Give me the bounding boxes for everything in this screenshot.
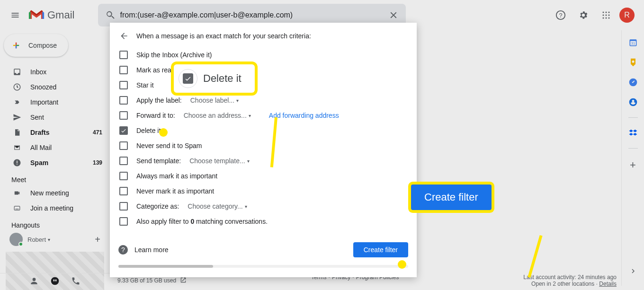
nav-label: Inbox	[30, 68, 46, 76]
back-arrow-icon[interactable]	[118, 30, 130, 42]
activity-line-2: Open in 2 other locations ·	[531, 281, 599, 287]
svg-point-4	[608, 12, 610, 13]
sidebar: Compose InboxSnoozedImportantSentDrafts4…	[0, 30, 110, 290]
presence-indicator	[18, 242, 23, 246]
activity-line-1: Last account activity: 24 minutes ago	[523, 274, 617, 281]
nav-label: Drafts	[30, 129, 49, 136]
clear-search-icon[interactable]	[384, 6, 403, 25]
checkbox[interactable]	[119, 172, 128, 180]
open-in-new-icon[interactable]	[180, 277, 187, 285]
nav-label: New meeting	[30, 189, 69, 197]
filter-option-label: Also apply filter to 0 matching conversa…	[136, 218, 268, 225]
filter-option-label: Never send it to Spam	[136, 142, 202, 149]
nav-count: 471	[93, 129, 102, 136]
details-link[interactable]: Details	[599, 281, 617, 287]
account-avatar[interactable]: R	[619, 8, 635, 23]
gmail-logo[interactable]: Gmail	[28, 9, 74, 21]
keyboard-icon	[12, 205, 22, 211]
settings-icon[interactable]	[574, 6, 593, 25]
select-dropdown[interactable]: Choose label...	[190, 97, 239, 104]
new-conversation-button[interactable]: +	[91, 233, 104, 246]
checkbox[interactable]	[119, 66, 128, 74]
sent-icon	[12, 113, 22, 122]
nav-label: Spam	[30, 159, 48, 167]
side-panel: 31 +	[621, 30, 644, 286]
filter-option-label: Star it	[136, 81, 154, 89]
sidebar-item-spam[interactable]: Spam139	[0, 155, 110, 170]
hangouts-username: Robert	[27, 236, 46, 243]
apps-icon[interactable]	[597, 6, 616, 25]
phone-icon[interactable]	[71, 276, 80, 288]
filter-option-label: Forward it to:	[136, 112, 175, 119]
checkbox[interactable]	[119, 51, 128, 59]
search-icon[interactable]	[101, 6, 120, 25]
checkbox[interactable]	[119, 217, 128, 226]
keep-icon[interactable]	[628, 58, 638, 67]
dropdown-caret-icon[interactable]: ▾	[48, 237, 50, 242]
svg-rect-16	[14, 206, 20, 210]
filter-option-row: Forward it to:Choose an address...Add fo…	[119, 108, 408, 123]
contacts-icon[interactable]	[628, 97, 638, 107]
filter-option-row: Never mark it as important	[119, 184, 408, 199]
nav-label: Important	[30, 98, 58, 106]
filter-option-row: Mark as read	[119, 62, 408, 78]
person-icon[interactable]	[29, 276, 39, 288]
sidebar-item-snoozed[interactable]: Snoozed	[0, 79, 110, 95]
create-filter-button[interactable]: Create filter	[353, 242, 408, 257]
svg-point-18	[51, 277, 59, 285]
checkbox[interactable]	[119, 126, 128, 135]
learn-more-link[interactable]: Learn more	[134, 246, 169, 254]
new-meeting-button[interactable]: New meeting	[0, 185, 110, 201]
drafts-icon	[12, 128, 22, 137]
select-dropdown[interactable]: Choose template...	[189, 157, 250, 165]
help-icon[interactable]: ?	[118, 245, 128, 255]
filter-option-row: Always mark it as important	[119, 168, 408, 184]
collapse-panel-icon[interactable]	[629, 267, 637, 277]
filter-option-row: Skip the Inbox (Archive it)	[119, 47, 408, 62]
sidebar-item-allmail[interactable]: All Mail	[0, 140, 110, 155]
select-dropdown[interactable]: Choose an address...	[184, 112, 251, 119]
support-icon[interactable]: ?	[551, 6, 570, 25]
checkbox[interactable]	[119, 141, 128, 150]
annotation-dot	[398, 260, 406, 269]
svg-rect-14	[17, 161, 18, 164]
inbox-icon	[12, 68, 22, 76]
hangouts-icon[interactable]	[50, 276, 60, 288]
search-input[interactable]	[120, 11, 384, 19]
main-menu-button[interactable]	[4, 4, 27, 26]
svg-point-22	[632, 61, 634, 63]
hangouts-user-row[interactable]: Robert ▾ +	[0, 231, 110, 248]
calendar-icon[interactable]: 31	[628, 38, 638, 47]
horizontal-scrollbar[interactable]	[118, 265, 408, 268]
svg-point-3	[606, 12, 607, 13]
checkbox[interactable]	[119, 111, 128, 120]
get-addons-icon[interactable]: +	[628, 159, 638, 168]
sidebar-item-drafts[interactable]: Drafts471	[0, 125, 110, 140]
svg-point-5	[603, 15, 604, 16]
svg-text:31: 31	[631, 41, 635, 45]
annotation-callout-delete: Delete it	[174, 64, 255, 93]
sidebar-item-important[interactable]: Important	[0, 95, 110, 110]
tasks-icon[interactable]	[628, 78, 638, 87]
checkbox[interactable]	[119, 96, 128, 105]
sidebar-item-inbox[interactable]: Inbox	[0, 64, 110, 79]
dropbox-icon[interactable]	[628, 128, 638, 138]
divider	[628, 148, 638, 149]
sidebar-item-sent[interactable]: Sent	[0, 110, 110, 125]
select-dropdown[interactable]: Choose category...	[188, 202, 247, 210]
filter-option-label: Skip the Inbox (Archive it)	[136, 51, 212, 59]
filter-criteria-panel: When a message is an exact match for you…	[110, 23, 417, 277]
user-avatar	[9, 233, 23, 246]
hangouts-section-title: Hangouts	[0, 216, 110, 231]
filter-option-label: Mark as read	[136, 66, 175, 74]
filter-option-row: Also apply filter to 0 matching conversa…	[119, 214, 408, 229]
checkbox[interactable]	[119, 81, 128, 89]
checkbox[interactable]	[119, 187, 128, 195]
filter-option-row: Star it	[119, 78, 408, 93]
join-meeting-button[interactable]: Join a meeting	[0, 201, 110, 216]
checkbox[interactable]	[119, 157, 128, 165]
svg-point-8	[603, 18, 604, 19]
compose-button[interactable]: Compose	[4, 34, 68, 57]
checkbox[interactable]	[119, 202, 128, 211]
add-forwarding-link[interactable]: Add forwarding address	[269, 112, 339, 119]
